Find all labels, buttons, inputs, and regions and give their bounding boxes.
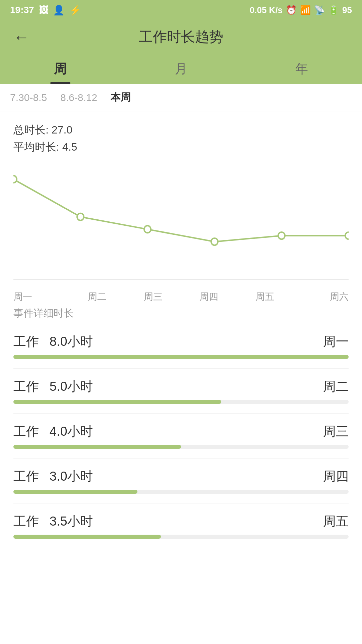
- status-bar: 19:37 🖼 👤 ⚡ 0.05 K/s ⏰ 📶 📡 🔋 95: [0, 0, 362, 20]
- event-bar-bg-2: [13, 445, 349, 449]
- event-bar-1: [13, 400, 221, 404]
- event-item-3: 工作 3.0小时 周四: [0, 459, 362, 494]
- event-bar-bg-3: [13, 490, 349, 494]
- x-label-wed: 周三: [125, 290, 181, 303]
- week-item-1[interactable]: 8.6-8.12: [60, 92, 97, 103]
- event-header-4: 工作 3.5小时 周五: [13, 513, 349, 530]
- event-day-2: 周三: [323, 423, 349, 440]
- tab-bar: 周 月 年: [0, 54, 362, 84]
- status-left: 19:37 🖼 👤 ⚡: [10, 5, 81, 16]
- total-duration: 总时长: 27.0: [13, 121, 349, 139]
- x-label-tue: 周二: [69, 290, 125, 303]
- network-speed: 0.05 K/s: [250, 5, 283, 15]
- x-label-mon: 周一: [13, 290, 69, 303]
- signal-icon: 📡: [314, 5, 325, 15]
- x-label-sat: 周六: [293, 290, 349, 303]
- event-header-2: 工作 4.0小时 周三: [13, 423, 349, 440]
- event-bar-bg-1: [13, 400, 349, 404]
- clock-icon: ⏰: [286, 5, 297, 15]
- week-item-0[interactable]: 7.30-8.5: [10, 92, 47, 103]
- event-label-2: 工作 4.0小时: [13, 423, 93, 440]
- tab-year[interactable]: 年: [241, 54, 362, 84]
- event-label-4: 工作 3.5小时: [13, 513, 93, 530]
- section-title: 事件详细时长: [0, 300, 362, 324]
- event-day-1: 周二: [323, 378, 349, 395]
- event-bar-bg-0: [13, 355, 349, 359]
- event-bar-bg-4: [13, 535, 349, 539]
- page-header: ← 工作时长趋势: [0, 20, 362, 54]
- x-label-thu: 周四: [181, 290, 237, 303]
- svg-point-5: [278, 232, 285, 239]
- svg-point-2: [77, 213, 84, 220]
- event-day-0: 周一: [323, 333, 349, 350]
- tab-month[interactable]: 月: [121, 54, 241, 84]
- event-item-2: 工作 4.0小时 周三: [0, 414, 362, 449]
- line-chart: 周一 周二 周三 周四 周五 周六: [0, 159, 362, 300]
- event-item-1: 工作 5.0小时 周二: [0, 369, 362, 404]
- event-label-0: 工作 8.0小时: [13, 333, 93, 350]
- back-button[interactable]: ←: [13, 28, 29, 46]
- page-title: 工作时长趋势: [139, 28, 223, 46]
- event-bar-3: [13, 490, 137, 494]
- battery-icon: 🔋: [328, 5, 339, 15]
- event-day-4: 周五: [323, 513, 349, 530]
- status-time: 19:37: [10, 5, 34, 15]
- svg-point-1: [13, 176, 17, 183]
- event-bar-2: [13, 445, 181, 449]
- event-bar-0: [13, 355, 349, 359]
- event-header-0: 工作 8.0小时 周一: [13, 333, 349, 350]
- avg-duration: 平均时长: 4.5: [13, 139, 349, 156]
- chart-x-axis: 周一 周二 周三 周四 周五 周六: [13, 288, 349, 303]
- usb-icon: ⚡: [69, 5, 81, 16]
- svg-point-6: [345, 232, 349, 239]
- event-header-1: 工作 5.0小时 周二: [13, 378, 349, 395]
- event-label-3: 工作 3.0小时: [13, 468, 93, 485]
- week-item-current[interactable]: 本周: [111, 91, 131, 104]
- x-label-fri: 周五: [237, 290, 293, 303]
- chart-svg: [13, 166, 349, 286]
- week-selector: 7.30-8.5 8.6-8.12 本周: [0, 84, 362, 111]
- battery-level: 95: [342, 5, 352, 15]
- event-item-4: 工作 3.5小时 周五: [0, 503, 362, 539]
- event-bar-4: [13, 535, 161, 539]
- wifi-icon: 📶: [300, 5, 311, 15]
- svg-point-3: [144, 226, 151, 233]
- status-right: 0.05 K/s ⏰ 📶 📡 🔋 95: [250, 5, 352, 15]
- event-header-3: 工作 3.0小时 周四: [13, 468, 349, 485]
- image-icon: 🖼: [39, 5, 48, 16]
- event-label-1: 工作 5.0小时: [13, 378, 93, 395]
- event-day-3: 周四: [323, 468, 349, 485]
- event-item-0: 工作 8.0小时 周一: [0, 324, 362, 359]
- stats-section: 总时长: 27.0 平均时长: 4.5: [0, 111, 362, 159]
- person-icon: 👤: [53, 5, 65, 16]
- tab-week[interactable]: 周: [0, 54, 121, 84]
- svg-point-4: [211, 238, 218, 245]
- events-list: 工作 8.0小时 周一 工作 5.0小时 周二 工作: [0, 324, 362, 539]
